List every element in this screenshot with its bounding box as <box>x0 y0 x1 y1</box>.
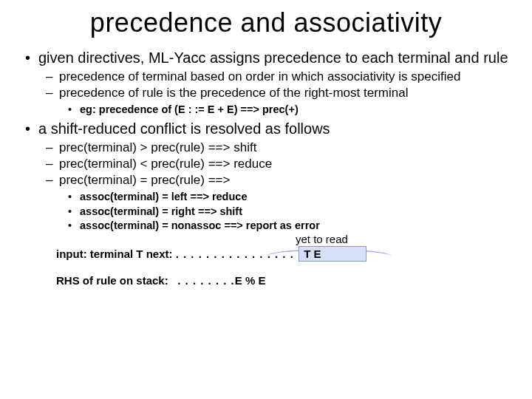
bullet-1-sub-2: precedence of rule is the precedence of … <box>38 86 510 116</box>
bullet-1-sub-2-text: precedence of rule is the precedence of … <box>59 86 408 100</box>
bullet-1-text: given directives, ML-Yacc assigns preced… <box>38 50 508 66</box>
rhs-line: RHS of rule on stack: . . . . . . . .E %… <box>56 274 532 287</box>
bullet-list: given directives, ML-Yacc assigns preced… <box>0 49 532 233</box>
bullet-2-sub-3b: assoc(terminal) = right ==> shift <box>59 205 510 219</box>
bullet-2-sub-3a: assoc(terminal) = left ==> reduce <box>59 190 510 204</box>
bullet-2-sub-3c: assoc(terminal) = nonassoc ==> report as… <box>59 219 510 233</box>
diagram-area: yet to read input: terminal T next: . . … <box>0 246 532 287</box>
bullet-2-sub-1: prec(terminal) > prec(rule) ==> shift <box>38 140 510 155</box>
rhs-dots: . . . . . . . . <box>177 274 235 287</box>
page-title: precedence and associativity <box>0 0 532 49</box>
input-dots: . . . . . . . . . . . . . . . . . <box>176 248 302 260</box>
bullet-2-text: a shift-reduced conflict is resolved as … <box>38 120 330 137</box>
rhs-label: RHS of rule on stack: <box>56 274 168 287</box>
yet-to-read-label: yet to read <box>296 233 348 245</box>
rhs-value: E % E <box>235 274 266 287</box>
bullet-2: a shift-reduced conflict is resolved as … <box>22 120 510 233</box>
bullet-1-sub-2-example: eg: precedence of (E : := E + E) ==> pre… <box>59 103 510 117</box>
bullet-2-sub-3: prec(terminal) = prec(rule) ==> assoc(te… <box>38 173 510 233</box>
bullet-1: given directives, ML-Yacc assigns preced… <box>22 49 510 117</box>
input-te-box: T E <box>299 246 366 262</box>
input-line: input: terminal T next: . . . . . . . . … <box>56 246 532 264</box>
bullet-1-sub-1: precedence of terminal based on order in… <box>38 69 510 84</box>
bullet-2-sub-3-text: prec(terminal) = prec(rule) ==> <box>59 173 230 187</box>
bullet-2-sub-2: prec(terminal) < prec(rule) ==> reduce <box>38 157 510 171</box>
input-label: input: terminal T next: <box>56 248 173 260</box>
